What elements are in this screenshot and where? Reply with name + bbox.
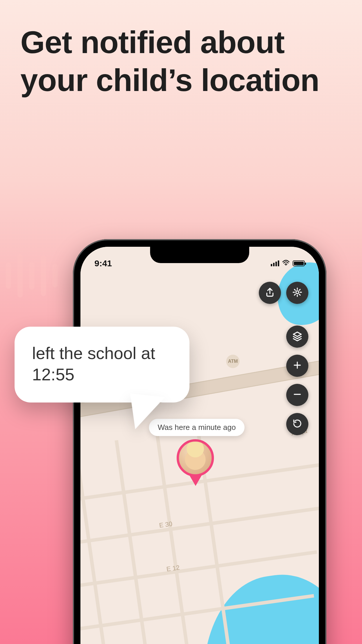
phone-frame: 9:41 <box>73 239 326 644</box>
plus-icon <box>292 360 303 372</box>
phone-screen: 9:41 <box>80 247 319 644</box>
notification-text: left the school at 12:55 <box>32 343 172 385</box>
map-view[interactable]: E 30 E 12 лица ATM Was here a minute ago <box>80 247 319 644</box>
svg-point-1 <box>296 291 299 294</box>
settings-button[interactable] <box>286 282 308 304</box>
phone-notch <box>150 247 249 263</box>
status-time: 9:41 <box>94 258 112 268</box>
bubble-tail <box>126 393 165 432</box>
zoom-in-button[interactable] <box>286 355 308 377</box>
share-button[interactable] <box>259 282 281 304</box>
road <box>80 507 319 548</box>
notification-bubble: left the school at 12:55 <box>15 327 189 402</box>
zoom-out-button[interactable] <box>286 384 308 406</box>
cell-signal-icon <box>271 260 279 266</box>
gear-icon <box>292 287 303 299</box>
marketing-headline: Get notified about your child’s location <box>20 23 342 99</box>
wifi-icon <box>282 260 290 267</box>
poi-atm-icon: ATM <box>226 355 240 368</box>
child-avatar <box>177 439 214 477</box>
battery-icon <box>293 260 305 266</box>
sound-waves-decoration <box>6 254 58 298</box>
share-icon <box>265 287 275 299</box>
minus-icon <box>292 389 303 401</box>
refresh-icon <box>292 418 303 430</box>
svg-point-0 <box>285 265 286 265</box>
child-location-pin[interactable] <box>177 439 215 486</box>
reset-button[interactable] <box>286 413 308 435</box>
layers-icon <box>292 331 303 342</box>
app-store-screenshot: Get notified about your child’s location… <box>0 0 362 644</box>
location-timestamp-pill: Was here a minute ago <box>149 419 245 436</box>
layers-button[interactable] <box>286 326 308 348</box>
road <box>80 446 114 644</box>
road <box>115 440 154 644</box>
